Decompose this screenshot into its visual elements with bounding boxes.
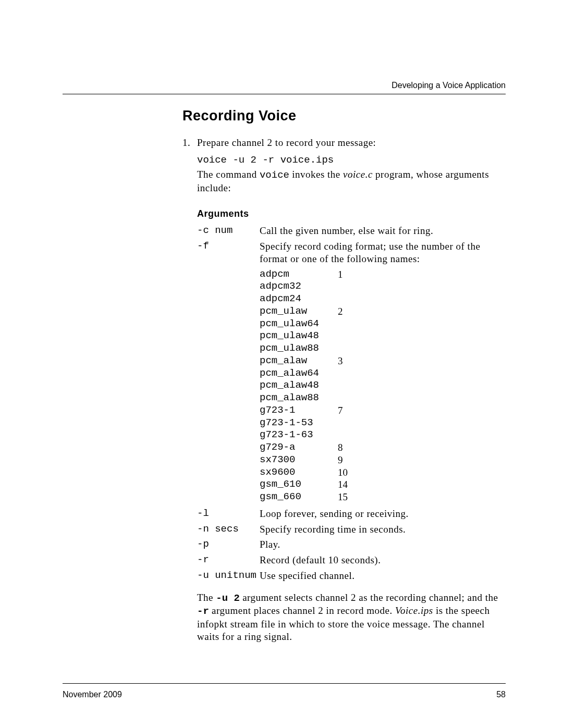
fmt-row: pcm_ulaw88 (260, 342, 506, 355)
fmt-name: pcm_alaw64 (260, 367, 338, 380)
fmt-name: adpcm24 (260, 293, 338, 305)
fmt-row: g723-1-53 (260, 417, 506, 429)
step-text: Prepare channel 2 to record your message… (197, 137, 506, 149)
fmt-row: g723-1-63 (260, 429, 506, 441)
running-head: Developing a Voice Application (391, 81, 506, 90)
fmt-row: g729-a8 (260, 441, 506, 454)
section-title: Recording Voice (182, 107, 506, 125)
fmt-row: adpcm1 (260, 268, 506, 281)
top-rule (63, 94, 506, 94)
fmt-val: 15 (338, 491, 359, 503)
fmt-row: adpcm24 (260, 293, 506, 305)
fmt-val (338, 379, 359, 392)
closing-paragraph: The -u 2 argument selects channel 2 as t… (197, 591, 506, 643)
fmt-name: g729-a (260, 441, 338, 454)
arg-flag: -c num (197, 225, 260, 237)
fmt-name: pcm_ulaw64 (260, 318, 338, 330)
fmt-name: sx9600 (260, 466, 338, 479)
cmd-text-1: The command (197, 169, 260, 180)
cmd-voice: voice (260, 169, 289, 181)
arg-flag: -f (197, 240, 260, 253)
fmt-name: adpcm (260, 268, 338, 281)
fmt-name: g723-1 (260, 404, 338, 417)
fmt-name: adpcm32 (260, 280, 338, 293)
fmt-val: 10 (338, 466, 359, 479)
closing-u2: -u 2 (216, 593, 240, 604)
fmt-row: pcm_ulaw64 (260, 318, 506, 330)
command-paragraph: The command voice invokes the voice.c pr… (197, 168, 506, 194)
arg-desc: Loop forever, sending or receiving. (260, 508, 506, 520)
closing-text: argument selects channel 2 as the record… (240, 592, 498, 603)
fmt-val: 3 (338, 355, 359, 367)
fmt-row: sx73009 (260, 454, 506, 466)
bottom-rule (63, 683, 506, 684)
page: Developing a Voice Application Recording… (0, 0, 563, 728)
closing-text: argument places channel 2 in record mode… (209, 605, 395, 616)
closing-r: -r (197, 606, 209, 617)
arg-desc: Specify recording time in seconds. (260, 523, 506, 536)
fmt-name: pcm_ulaw (260, 305, 338, 318)
fmt-row: pcm_alaw48 (260, 379, 506, 392)
fmt-name: pcm_ulaw88 (260, 342, 338, 355)
fmt-row: pcm_alaw64 (260, 367, 506, 380)
cmd-text-2: invokes the (289, 169, 343, 180)
fmt-val (338, 392, 359, 404)
fmt-val (338, 280, 359, 293)
fmt-val (338, 417, 359, 429)
fmt-row: gsm_61014 (260, 478, 506, 491)
fmt-name: g723-1-53 (260, 417, 338, 429)
fmt-row: g723-17 (260, 404, 506, 417)
fmt-val (338, 342, 359, 355)
arg-row-c: -c num Call the given number, else wait … (197, 225, 506, 237)
fmt-val (338, 293, 359, 305)
fmt-val (338, 318, 359, 330)
arg-row-n: -n secs Specify recording time in second… (197, 523, 506, 536)
cmd-voice-c: voice.c (343, 169, 373, 180)
arg-row-r: -r Record (default 10 seconds). (197, 554, 506, 566)
fmt-row: pcm_ulaw48 (260, 330, 506, 342)
arg-desc: Record (default 10 seconds). (260, 554, 506, 566)
arg-desc: Use specified channel. (260, 570, 506, 582)
arg-row-u: -u unitnum Use specified channel. (197, 570, 506, 582)
arg-row-p: -p Play. (197, 538, 506, 551)
fmt-name: pcm_alaw48 (260, 379, 338, 392)
fmt-row: gsm_66015 (260, 491, 506, 503)
fmt-row: adpcm32 (260, 280, 506, 293)
fmt-val: 14 (338, 478, 359, 491)
fmt-val: 1 (338, 268, 359, 281)
step-number: 1. (182, 137, 197, 149)
fmt-val: 7 (338, 404, 359, 417)
arg-desc: Specify record coding format; use the nu… (260, 240, 506, 265)
arg-desc: Call the given number, else wait for rin… (260, 225, 506, 237)
footer-date: November 2009 (63, 690, 122, 699)
fmt-row: pcm_alaw88 (260, 392, 506, 404)
arg-flag: -u unitnum (197, 570, 260, 582)
closing-voice-ips: Voice.ips (395, 605, 433, 616)
fmt-name: gsm_660 (260, 491, 338, 503)
content: Recording Voice 1. Prepare channel 2 to … (182, 107, 506, 643)
arg-row-l: -l Loop forever, sending or receiving. (197, 508, 506, 520)
fmt-name: g723-1-63 (260, 429, 338, 441)
closing-text: The (197, 592, 216, 603)
arg-flag: -p (197, 538, 260, 551)
fmt-row: sx960010 (260, 466, 506, 479)
fmt-val: 2 (338, 305, 359, 318)
fmt-name: sx7300 (260, 454, 338, 466)
fmt-name: gsm_610 (260, 478, 338, 491)
fmt-row: pcm_ulaw2 (260, 305, 506, 318)
fmt-val (338, 330, 359, 342)
fmt-name: pcm_alaw88 (260, 392, 338, 404)
arguments-head: Arguments (197, 208, 506, 220)
fmt-val: 9 (338, 454, 359, 466)
footer-page-number: 58 (496, 690, 506, 699)
arg-flag: -r (197, 554, 260, 566)
command-line: voice -u 2 -r voice.ips (197, 154, 506, 167)
arg-flag: -l (197, 508, 260, 520)
format-table: adpcm1 adpcm32 adpcm24 pcm_ulaw2 pcm_ula… (260, 268, 506, 503)
fmt-val (338, 429, 359, 441)
fmt-val (338, 367, 359, 380)
fmt-row: pcm_alaw3 (260, 355, 506, 367)
step-1: 1. Prepare channel 2 to record your mess… (182, 137, 506, 149)
fmt-name: pcm_alaw (260, 355, 338, 367)
fmt-name: pcm_ulaw48 (260, 330, 338, 342)
